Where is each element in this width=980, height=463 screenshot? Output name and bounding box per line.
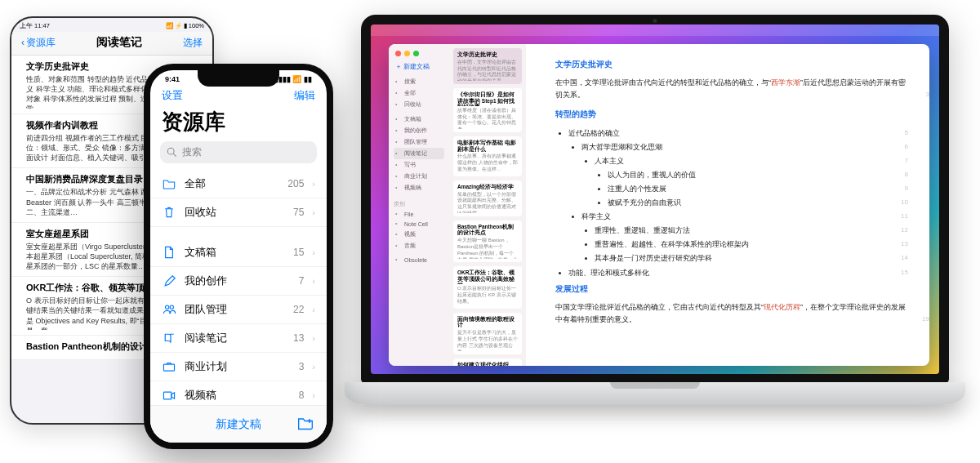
folder-row[interactable]: 商业计划 3 › — [150, 353, 327, 381]
note-card[interactable]: 电影剧本写作基础 电影剧本是什么 什么故事、所有的故事都遵循这样的 人物的生命中… — [453, 136, 522, 176]
folder-row[interactable]: 我的创作 7 › — [150, 267, 327, 296]
dot-icon: • — [395, 127, 402, 134]
note-card[interactable]: Bastion Pantheon机制的设计亮点 今天想聊一聊 Bastion，B… — [453, 220, 522, 263]
sidebar-item-label: Note Cell — [404, 221, 428, 227]
sidebar-new-doc[interactable]: ＋ 新建文稿 — [394, 61, 444, 73]
card-body: 在中国，文学理论批评由古代向近代的转型和近代品格的确立，与近代思想启蒙运动的开展… — [457, 60, 518, 81]
sidebar-item-label: 文稿箱 — [404, 115, 421, 123]
sidebar-item[interactable]: •Obsolete — [394, 255, 444, 265]
folder-label: 文稿箱 — [185, 245, 285, 260]
card-title: OKR工作法：谷歌、领英等顶级公司的高效秘籍 — [457, 269, 518, 284]
svg-line-1 — [173, 154, 176, 156]
svg-point-0 — [167, 148, 174, 154]
dot-icon: • — [395, 256, 402, 263]
sidebar-item[interactable]: •回收站 — [394, 99, 444, 110]
doc-paragraph: 在中国，文学理论批评由古代向近代的转型和近代品格的确立，与“西学东渐”后近代思想… — [555, 77, 908, 102]
chevron-right-icon: › — [312, 390, 315, 400]
folder-row[interactable]: 回收站 75 › — [150, 198, 327, 227]
folder-count: 22 — [293, 304, 304, 315]
card-body: 提升不仅是教学习的大，质量上行式 学生行的多科在个内容 三次践与设备呈现公章。 — [457, 330, 518, 351]
chevron-right-icon: › — [312, 276, 315, 286]
keyword: 现代化历程 — [764, 303, 800, 311]
dot-icon: • — [395, 139, 402, 145]
back-button[interactable]: ‹ 资源库 — [21, 36, 56, 50]
sidebar-item-label: 回收站 — [404, 100, 421, 109]
minimize-icon[interactable] — [404, 51, 410, 56]
chevron-right-icon: › — [312, 362, 315, 372]
chevron-right-icon: › — [312, 247, 315, 257]
folder-count: 3 — [299, 361, 305, 372]
chevron-right-icon: › — [312, 333, 315, 343]
sidebar-item-label: 视频稿 — [404, 184, 421, 192]
note-card[interactable]: 文学历史批评史 在中国，文学理论批评由古代向近代的转型和近代品格的确立，与近代思… — [453, 48, 522, 84]
sidebar-item[interactable]: •写书 — [394, 159, 444, 171]
note-card[interactable]: 《华尔街日报》是如何讲故事的 Step1 如何找到好故事 故事维度（潜在读者群）… — [453, 88, 522, 132]
sidebar-item[interactable]: •视频 — [394, 229, 444, 240]
note-card[interactable]: OKR工作法：谷歌、领英等顶级公司的高效秘籍 O 表示目标好的目标让你一起床还能… — [453, 266, 522, 308]
dot-icon: • — [395, 162, 402, 168]
card-body: 简单的模型，以一个外部假设就能建构出完整、分解、这只算规律间的价值通讯对比的研究… — [457, 192, 518, 213]
card-body: O 表示目标好的目标让你一起床还能执行 KR 表示关键结果。 — [457, 286, 518, 305]
sidebar-item-label: 搜索 — [404, 78, 416, 86]
pencil-icon — [162, 274, 176, 288]
sidebar-item-label: 团队管理 — [404, 138, 427, 146]
sidebar-item[interactable]: •文稿箱 — [394, 114, 444, 125]
zoom-icon[interactable] — [413, 51, 419, 56]
editor[interactable]: 文学历史批评史 在中国，文学理论批评由古代向近代的转型和近代品格的确立，与“西学… — [526, 44, 929, 366]
sidebar-item[interactable]: •Note Cell — [394, 219, 444, 229]
note-card[interactable]: Amazing经济与经济学 简单的模型，以一个外部假设就能建构出完整、分解、这只… — [453, 180, 522, 216]
select-button[interactable]: 选择 — [183, 36, 203, 50]
bottom-bar: 新建文稿 — [150, 405, 327, 443]
folder-row[interactable]: 文稿箱 15 › — [150, 238, 327, 267]
folder-row[interactable]: 全部 205 › — [150, 170, 327, 198]
edit-button[interactable]: 编辑 — [294, 88, 315, 103]
status-icons: ▮▮▮▮ 📶 ▮▮ — [274, 75, 312, 83]
folder-count: 7 — [299, 275, 305, 287]
folder-label: 视频稿 — [185, 388, 291, 403]
sidebar-item[interactable]: •阅读笔记 — [394, 148, 444, 159]
trash-icon — [162, 205, 176, 220]
folder-icon — [162, 176, 176, 191]
sidebar-item[interactable]: •File — [394, 209, 444, 219]
traffic-lights[interactable] — [394, 49, 444, 61]
note-card[interactable]: 面向情境教程的歌程设计 提升不仅是教学习的大，质量上行式 学生行的多科在个内容 … — [453, 313, 522, 355]
laptop-base — [345, 382, 965, 405]
close-icon[interactable] — [395, 51, 401, 56]
sidebar-item-label: 我的创作 — [404, 127, 427, 135]
note-card[interactable]: 如何建立现代化组织 原文：An Inside Look at a Flat Or… — [453, 358, 522, 366]
nav-title: 阅读笔记 — [96, 35, 142, 50]
case-icon — [162, 445, 176, 449]
new-folder-button[interactable] — [297, 416, 314, 434]
dot-icon: • — [395, 150, 402, 157]
svg-point-2 — [165, 305, 168, 309]
sidebar-item-label: 音频 — [404, 242, 416, 250]
new-doc-button[interactable]: 新建文稿 — [216, 417, 261, 432]
folder-row[interactable]: 团队管理 22 › — [150, 296, 327, 324]
sidebar-item[interactable]: •商业计划 — [394, 171, 444, 182]
search-input[interactable]: 搜索 — [160, 141, 317, 163]
notch — [198, 70, 279, 87]
card-title: 面向情境教程的歌程设计 — [457, 316, 518, 329]
sidebar-item[interactable]: •音频 — [394, 240, 444, 252]
sidebar-item-label: Obsolete — [404, 257, 427, 263]
dot-icon: • — [395, 173, 402, 180]
book-icon — [162, 331, 176, 345]
dot-icon: • — [395, 231, 402, 238]
card-body: 什么故事、所有的故事都遵循这样的 人物的生命中，郎要为整体。在这样… — [457, 154, 518, 172]
dot-icon: • — [395, 116, 402, 122]
sidebar-item[interactable]: •我的创作 — [394, 125, 444, 136]
sidebar-item[interactable]: •团队管理 — [394, 136, 444, 148]
card-title: 电影剧本写作基础 电影剧本是什么 — [457, 140, 518, 153]
settings-button[interactable]: 设置 — [162, 88, 183, 103]
chevron-right-icon: › — [312, 305, 315, 314]
sidebar-item-label: 视频 — [404, 230, 416, 238]
folder-label: 回收站 — [185, 205, 285, 220]
folder-label: 阅读笔记 — [185, 331, 285, 345]
folder-row[interactable]: 阅读笔记 13 › — [150, 324, 327, 353]
sidebar-item[interactable]: •搜索 — [394, 76, 444, 87]
sidebar-item[interactable]: •视频稿 — [394, 182, 444, 194]
chevron-right-icon: › — [312, 179, 315, 189]
sidebar-item[interactable]: •全部 — [394, 87, 444, 99]
desktop: ＋ 新建文稿 •搜索•全部•回收站•文稿箱•我的创作•团队管理•阅读笔记•写书•… — [371, 24, 939, 374]
folder-plus-icon — [297, 416, 314, 430]
